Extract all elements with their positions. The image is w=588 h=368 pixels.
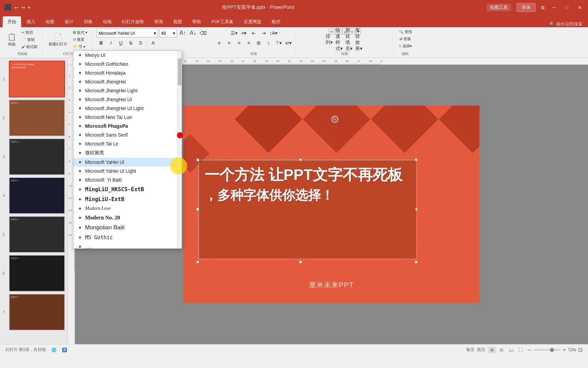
- tab-draw[interactable]: 绘图: [41, 16, 59, 27]
- convert-smartart-btn[interactable]: ⇄▾: [284, 39, 293, 47]
- tab-format[interactable]: 格式: [267, 16, 285, 27]
- undo-btn[interactable]: ↩: [14, 5, 18, 10]
- format-brush-btn[interactable]: 🖌 格式刷: [19, 44, 39, 50]
- font-item-jhenghei-light[interactable]: Microsoft JhengHei Light: [74, 86, 182, 95]
- handle-bot-center[interactable]: [299, 261, 302, 263]
- tab-view[interactable]: 视图: [168, 16, 187, 27]
- font-item-modern-love[interactable]: Modern Love: [74, 204, 182, 213]
- find-btn[interactable]: 🔍 查找: [397, 29, 414, 35]
- font-item-new-tai-lue[interactable]: Microsoft New Tai Lue: [74, 113, 182, 122]
- layout-btn[interactable]: ⊞ 版式 ▾: [71, 29, 89, 36]
- tab-baidu[interactable]: 百度网盘: [239, 16, 266, 27]
- increase-indent-btn[interactable]: ⇥: [259, 29, 268, 37]
- presenter-view-btn[interactable]: ⛶: [517, 347, 525, 353]
- font-item-sans-serif[interactable]: Microsoft Sans Serif: [74, 131, 182, 139]
- font-item-jhenghei[interactable]: Microsoft JhengHei: [74, 77, 182, 86]
- minimize-button[interactable]: ─: [550, 4, 558, 11]
- align-left-btn[interactable]: ≡: [215, 39, 224, 47]
- login-button[interactable]: 登录: [517, 3, 536, 12]
- select-btn[interactable]: ⊹ 选择▾: [396, 43, 414, 49]
- paste-btn[interactable]: 📋 粘贴: [5, 31, 18, 48]
- slide-sorter-btn[interactable]: ⊟: [497, 347, 506, 353]
- font-item-ms-gothic[interactable]: MS Gothic: [74, 233, 182, 242]
- tab-transition[interactable]: 切换: [79, 16, 97, 27]
- font-size-decrease-btn[interactable]: A↓: [189, 29, 197, 37]
- shape-fill-btn[interactable]: 形状填充▾: [345, 35, 354, 44]
- section-btn[interactable]: 📁 节 ▾: [71, 44, 89, 50]
- copy-btn[interactable]: 📄 复制: [19, 36, 39, 43]
- font-scrollbar-thumb[interactable]: [178, 58, 181, 86]
- slide-thumbnail-4[interactable]: 幻灯片 4: [9, 177, 65, 214]
- slide-thumbnail-5[interactable]: 幻灯片 5: [9, 216, 65, 253]
- font-item-more[interactable]: . . .: [74, 242, 182, 248]
- slide-thumbnail-1[interactable]: 一个方法 让PPT文字不再死板 多种字体供你选择！: [9, 61, 65, 97]
- slide-canvas[interactable]: ↻ 一个方法 让PPT文字不再死板 ，多种字体供你选择！: [183, 106, 479, 303]
- tab-animation[interactable]: 动画: [98, 16, 116, 27]
- bullet-list-btn[interactable]: ☰▾: [230, 29, 239, 37]
- font-item-himalaya[interactable]: Microsoft Himalaya: [74, 68, 182, 77]
- font-item-mongolian[interactable]: Mongolian Baiti: [74, 223, 182, 233]
- close-button[interactable]: ✕: [576, 5, 584, 10]
- font-name-dropdown[interactable]: Microsoft YaHei UI ▾: [97, 29, 158, 37]
- font-color-btn[interactable]: A: [149, 39, 158, 47]
- notes-btn[interactable]: 备注: [466, 347, 474, 353]
- clear-format-btn[interactable]: ⌫: [199, 29, 208, 37]
- columns-btn[interactable]: ⊞: [254, 39, 263, 47]
- comments-btn[interactable]: 批注: [477, 347, 485, 353]
- font-item-meiryo[interactable]: Meiryo UI: [74, 51, 182, 60]
- tab-pdf[interactable]: PDF工具集: [207, 16, 238, 27]
- shadow-btn[interactable]: S: [136, 39, 145, 47]
- font-item-yahei-ui[interactable]: Microsoft YaHei UI: [74, 158, 182, 167]
- quick-styles-btn[interactable]: 快速样式▾: [335, 35, 344, 44]
- zoom-thumb[interactable]: [550, 348, 554, 352]
- font-scrollbar[interactable]: [177, 51, 182, 248]
- numbered-list-btn[interactable]: ≡▾: [240, 29, 248, 37]
- cut-btn[interactable]: ✂ 剪切: [19, 29, 39, 36]
- quick-access-icon[interactable]: ▾: [28, 5, 30, 10]
- search-bar[interactable]: 🔍 操作说明搜索: [549, 21, 583, 27]
- new-slide-btn[interactable]: 📄 新建幻灯片: [47, 31, 69, 48]
- font-item-yahei-ui-light[interactable]: Microsoft YaHei UI Light: [74, 167, 182, 175]
- font-size-dropdown[interactable]: 48 ▾: [159, 29, 177, 37]
- slide-thumbnail-7[interactable]: 幻灯片 7: [9, 294, 65, 331]
- zoom-in-btn[interactable]: +: [563, 347, 566, 353]
- handle-bot-left[interactable]: [196, 261, 199, 263]
- reset-btn[interactable]: ↺ 重置: [71, 36, 89, 43]
- selected-textbox[interactable]: 一个方法 让PPT文字不再死板 ，多种字体供你选择！: [199, 160, 416, 259]
- fit-slide-btn[interactable]: ⊡: [578, 347, 583, 353]
- slide-thumbnail-3[interactable]: 幻灯片 3: [9, 138, 65, 175]
- redo-btn[interactable]: ↪: [21, 5, 25, 10]
- tab-help[interactable]: 帮助: [187, 16, 206, 27]
- font-item-jhenghei-ui-light[interactable]: Microsoft JhengHei UI Light: [74, 104, 182, 113]
- italic-btn[interactable]: I: [107, 39, 115, 47]
- sort-btn[interactable]: 排列▾: [325, 35, 334, 44]
- underline-btn[interactable]: U: [116, 39, 125, 47]
- tab-slideshow[interactable]: 幻灯片放映: [117, 16, 149, 27]
- zoom-slider[interactable]: [534, 349, 561, 351]
- tab-insert[interactable]: 插入: [22, 16, 40, 27]
- zoom-out-btn[interactable]: ─: [527, 347, 531, 353]
- align-text-btn[interactable]: ⊤▾: [274, 39, 283, 47]
- font-item-tai-le[interactable]: Microsoft Tai Le: [74, 139, 182, 148]
- font-item-gothic[interactable]: Microsoft GothicNeo: [74, 60, 182, 68]
- slide-thumbnail-6[interactable]: 幻灯片 6: [9, 255, 65, 292]
- font-item-mingliu-hkscs[interactable]: MingLiU_HKSCS-ExtB: [74, 184, 182, 194]
- maximize-button[interactable]: □: [564, 5, 570, 10]
- font-size-increase-btn[interactable]: A↑: [178, 29, 187, 37]
- maximize-toggle-icon[interactable]: ⧉: [541, 5, 544, 11]
- font-item-jhenghei-ui[interactable]: Microsoft JhengHei UI: [74, 95, 182, 104]
- align-justify-btn[interactable]: ≡: [244, 39, 253, 47]
- handle-bot-right[interactable]: [415, 261, 418, 263]
- shape-outline-btn[interactable]: 形状效果▾: [355, 35, 364, 44]
- font-item-yahei[interactable]: 微软雅黑: [74, 148, 182, 158]
- normal-view-btn[interactable]: ⊞: [488, 347, 496, 353]
- font-item-modern-no20[interactable]: Modern No. 20: [74, 213, 182, 223]
- tab-design[interactable]: 设计: [60, 16, 78, 27]
- align-right-btn[interactable]: ≡: [234, 39, 243, 47]
- rotation-handle[interactable]: ↻: [331, 116, 338, 123]
- text-direction-btn[interactable]: ↕A▾: [269, 29, 278, 37]
- align-center-btn[interactable]: ≡: [225, 39, 233, 47]
- replace-btn[interactable]: ⇄ 替换: [397, 36, 413, 42]
- font-item-mingliu-extb[interactable]: MingLiU-ExtB: [74, 194, 182, 204]
- font-item-phagspa[interactable]: Microsoft PhagsPa: [74, 122, 182, 131]
